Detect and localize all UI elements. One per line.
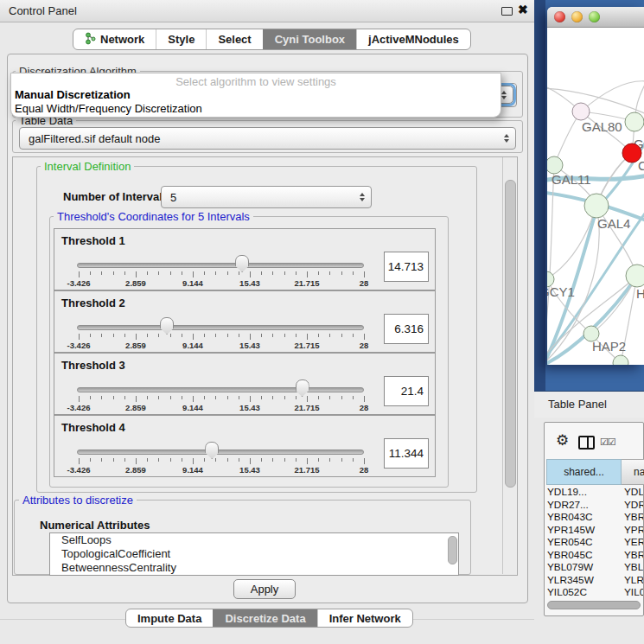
threshold-value-input[interactable] [384, 438, 429, 469]
network-graph: GAL80GACGAL11GAL4GCY1HHAP2 [547, 28, 644, 365]
column-checkbox-icons[interactable]: ☑☑ [600, 437, 615, 448]
spinner-up-icon [504, 134, 509, 137]
number-of-intervals-select[interactable]: 5 [161, 186, 372, 208]
network-canvas[interactable]: GAL80GACGAL11GAL4GCY1HHAP2 [547, 28, 644, 365]
threshold-panel: Threshold 4 -3.4262.8599.14415.4321.7152… [54, 415, 436, 477]
threshold-ticks [79, 396, 364, 403]
threshold-ticks [79, 458, 364, 465]
cell-name: YBL0 [622, 561, 643, 574]
threshold-slider-track[interactable] [77, 387, 364, 392]
network-desktop-shadow [534, 0, 545, 391]
cell-name: YIL0 [622, 586, 643, 599]
control-panel-tabbar: NetworkStyleSelectCyni ToolboxjActiveMNo… [73, 29, 471, 50]
table-row[interactable]: YBR045CYBR0 [545, 549, 643, 562]
network-node-gal80[interactable] [572, 103, 590, 120]
threshold-slider-thumb[interactable] [160, 317, 174, 335]
tab-network[interactable]: Network [73, 29, 156, 49]
threshold-label: Threshold 1 [61, 234, 125, 247]
table-hscrollbar-thumb[interactable] [547, 601, 641, 609]
cyni-mode-tabbar: Impute DataDiscretize DataInfer Network [125, 609, 413, 628]
tab-label: Infer Network [329, 612, 401, 625]
attribute-list-item[interactable]: TopologicalCoefficient [50, 547, 458, 561]
table-panel-header: Table Panel [534, 391, 644, 418]
network-node-ga[interactable] [625, 112, 644, 131]
thresholds-title: Threshold's Coordinates for 5 Intervals [54, 210, 253, 223]
tab-impute-data[interactable]: Impute Data [126, 609, 213, 627]
number-of-intervals-value: 5 [170, 191, 176, 204]
screenshot-root: Control Panel ✖ NetworkStyleSelectCyni T… [0, 0, 644, 644]
network-node-gal11[interactable] [547, 156, 563, 174]
node-label: GAL4 [597, 216, 630, 231]
threshold-ticks [79, 334, 364, 341]
tab-infer-network[interactable]: Infer Network [317, 609, 412, 627]
threshold-slider-track[interactable] [77, 450, 364, 455]
threshold-label: Threshold 4 [61, 421, 125, 434]
table-row[interactable]: YER054CYER0 [545, 536, 643, 549]
settings-scrollbar-thumb[interactable] [505, 180, 516, 488]
threshold-tick-labels: -3.4262.8599.14415.4321.71528 [79, 465, 364, 475]
cell-shared-name: YIL052C [545, 586, 622, 599]
numerical-attributes-list[interactable]: SelfLoopsTopologicalCoefficientBetweenne… [49, 532, 459, 576]
table-row[interactable]: YDR27...YDR2 [545, 499, 643, 512]
spinner-down-icon [360, 198, 365, 201]
cell-name: YDR2 [622, 499, 643, 512]
split-view-icon[interactable] [578, 436, 595, 450]
dropdown-prompt-item: Select algorithm to view settings [11, 75, 501, 88]
mac-close-button[interactable] [554, 11, 565, 22]
threshold-tick-labels: -3.4262.8599.14415.4321.71528 [79, 403, 364, 412]
cell-shared-name: YPR145W [545, 524, 622, 537]
apply-button[interactable]: Apply [233, 579, 296, 599]
tab-discretize-data[interactable]: Discretize Data [213, 609, 316, 627]
column-header-name[interactable]: na [622, 459, 644, 485]
tab-jactivemnodules[interactable]: jActiveMNodules [356, 29, 470, 49]
threshold-value-input[interactable] [384, 314, 429, 344]
table-row[interactable]: YBR043CYBR0 [545, 511, 643, 524]
threshold-value-input[interactable] [384, 252, 429, 282]
attributes-scrollbar-thumb[interactable] [448, 536, 457, 564]
control-panel-title: Control Panel [9, 0, 77, 22]
threshold-value-input[interactable] [384, 376, 429, 406]
network-node-h[interactable] [626, 265, 644, 287]
network-node[interactable] [613, 355, 628, 365]
mac-zoom-button[interactable] [589, 11, 600, 22]
numerical-attributes-label: Numerical Attributes [40, 519, 150, 532]
threshold-slider-thumb[interactable] [205, 442, 219, 459]
cell-shared-name: YDL19... [545, 486, 622, 499]
tab-select[interactable]: Select [206, 29, 262, 49]
threshold-slider-track[interactable] [77, 263, 364, 268]
node-label: H [636, 286, 644, 301]
table-panel-title: Table Panel [548, 392, 607, 418]
network-window-titlebar[interactable] [547, 7, 644, 28]
tab-label: Cyni Toolbox [275, 33, 345, 46]
threshold-ticks [79, 271, 364, 278]
close-icon[interactable]: ✖ [518, 3, 528, 16]
table-row[interactable]: YIL052CYIL0 [545, 586, 643, 599]
column-header-shared-name[interactable]: shared... [546, 459, 622, 485]
threshold-slider-track[interactable] [77, 325, 364, 330]
table-row[interactable]: YLR345WYLR3 [545, 574, 643, 587]
table-row[interactable]: YDL19...YDL1 [545, 486, 643, 499]
threshold-slider-thumb[interactable] [235, 255, 249, 272]
tab-cyni-toolbox[interactable]: Cyni Toolbox [263, 29, 356, 49]
threshold-slider-thumb[interactable] [296, 379, 309, 397]
tab-style[interactable]: Style [156, 29, 206, 49]
network-node-gal4[interactable] [584, 194, 609, 218]
control-panel-titlebar: Control Panel ✖ [0, 0, 534, 22]
table-data-select[interactable]: galFiltered.sif default node [19, 127, 516, 150]
dropdown-option-manual-discretization[interactable]: Manual Discretization [15, 88, 131, 101]
threshold-panel: Threshold 1 -3.4262.8599.14415.4321.7152… [54, 228, 436, 290]
attribute-list-item[interactable]: BetweennessCentrality [50, 561, 458, 575]
algorithm-dropdown-popup: Select algorithm to view settings Manual… [10, 73, 501, 118]
table-row[interactable]: YBL079WYBL0 [545, 561, 643, 574]
tab-label: Discretize Data [225, 612, 305, 625]
threshold-tick-labels: -3.4262.8599.14415.4321.71528 [79, 341, 364, 350]
table-row[interactable]: YPR145WYPR1 [545, 524, 643, 537]
spinner-down-icon [501, 96, 507, 99]
tab-label: Style [168, 33, 194, 46]
float-window-icon[interactable] [501, 7, 513, 16]
spinner-down-icon [504, 139, 509, 143]
mac-minimize-button[interactable] [571, 11, 583, 22]
attribute-list-item[interactable]: SelfLoops [50, 533, 458, 547]
gear-icon[interactable]: ⚙ [556, 431, 569, 450]
dropdown-option-equal-width-frequency[interactable]: Equal Width/Frequency Discretization [15, 102, 202, 115]
